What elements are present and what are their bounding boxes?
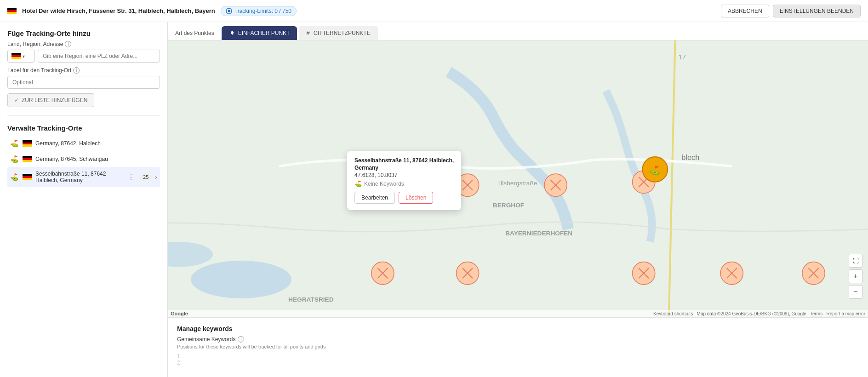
location-text: Germany, 87642, Halblech bbox=[35, 140, 157, 147]
divider bbox=[7, 115, 160, 116]
svg-text:BAYERNIEDERHOFEN: BAYERNIEDERHOFEN bbox=[505, 230, 572, 237]
popup-delete-button[interactable]: Löschen bbox=[399, 192, 433, 204]
checkmark-icon: ✓ bbox=[14, 97, 19, 103]
label-field-label: Label für den Tracking-Ort i bbox=[7, 67, 160, 74]
svg-rect-10 bbox=[23, 144, 32, 147]
svg-rect-12 bbox=[23, 158, 32, 160]
map-controls: ⛶ + − bbox=[849, 254, 862, 299]
popup-coords: 47.6128, 10.8037 bbox=[354, 172, 454, 178]
google-logo: Google bbox=[171, 311, 188, 316]
popup-title2: Germany bbox=[354, 165, 454, 171]
svg-rect-8 bbox=[23, 140, 32, 143]
svg-text:17: 17 bbox=[678, 53, 686, 61]
svg-rect-11 bbox=[23, 156, 32, 158]
manage-tracking-section: Verwalte Tracking-Orte ⛳ Germany, 87642,… bbox=[7, 124, 160, 187]
location-text: Germany, 87645, Schwangau bbox=[35, 156, 157, 162]
location-flag-icon bbox=[23, 140, 32, 147]
svg-text:⛳: ⛳ bbox=[649, 165, 660, 176]
header: Hotel Der wilde Hirsch, Füssener Str. 31… bbox=[0, 0, 868, 22]
label-info-icon: i bbox=[73, 67, 80, 74]
popup-title: Sesselbahnstraße 11, 87642 Halblech, bbox=[354, 157, 454, 164]
map-container[interactable]: 17 17 OREITH Illsbergstraße BERGHOF BAYE… bbox=[168, 40, 868, 317]
location-flag-icon bbox=[23, 174, 32, 180]
svg-rect-1 bbox=[7, 10, 17, 12]
german-flag-icon bbox=[7, 8, 17, 14]
location-text: Sesselbahnstraße 11, 87642 Halblech, Ger… bbox=[35, 171, 122, 183]
label-input[interactable] bbox=[7, 76, 160, 89]
location-pin-icon: ⛳ bbox=[10, 173, 19, 181]
gemeinsame-keywords-label: Gemeinsame Keywords i bbox=[177, 336, 859, 343]
location-flag-icon bbox=[23, 156, 32, 162]
keywords-lines: 1. 2. bbox=[177, 353, 859, 366]
svg-rect-14 bbox=[23, 174, 32, 176]
gemeinsame-keywords-sublabel: Positions for these keywords will be tra… bbox=[177, 344, 859, 349]
manage-section-title: Verwalte Tracking-Orte bbox=[7, 124, 160, 132]
fullscreen-button[interactable]: ⛶ bbox=[849, 254, 862, 268]
tab-grid-points[interactable]: # GITTERNETZPUNKTE bbox=[299, 26, 377, 40]
header-left: Hotel Der wilde Hirsch, Füssener Str. 31… bbox=[7, 6, 297, 16]
svg-text:HEGRATSRIED: HEGRATSRIED bbox=[288, 296, 334, 303]
tab-bar-label: Art des Punktes bbox=[175, 30, 214, 36]
address-input[interactable] bbox=[38, 50, 160, 63]
zoom-in-button[interactable]: + bbox=[849, 269, 862, 283]
bottom-section: Manage keywords Gemeinsame Keywords i Po… bbox=[168, 317, 868, 377]
svg-point-19 bbox=[191, 261, 291, 298]
add-to-list-button[interactable]: ✓ ZUR LISTE HINZUFÜGEN bbox=[7, 93, 94, 107]
map-popup: Sesselbahnstraße 11, 87642 Halblech, Ger… bbox=[347, 151, 461, 210]
hotel-name: Hotel Der wilde Hirsch, Füssener Str. 31… bbox=[22, 7, 215, 14]
map-attribution: Google Keyboard shortcuts Map data ©2024… bbox=[168, 310, 868, 317]
chevron-down-icon: ▾ bbox=[23, 54, 25, 59]
add-section-title: Füge Tracking-Orte hinzu bbox=[7, 29, 160, 37]
left-panel: Füge Tracking-Orte hinzu Land, Region, A… bbox=[0, 22, 168, 377]
svg-point-4 bbox=[228, 10, 230, 12]
location-expand-button[interactable]: › bbox=[155, 173, 157, 181]
header-right: ABBRECHEN EINSTELLUNGEN BEENDEN bbox=[721, 5, 861, 17]
location-count-badge: 25 bbox=[139, 173, 152, 181]
location-item-active[interactable]: ⛳ Sesselbahnstraße 11, 87642 Halblech, G… bbox=[7, 167, 160, 187]
settings-done-button[interactable]: EINSTELLUNGEN BEENDEN bbox=[773, 5, 861, 17]
country-flag-icon bbox=[11, 53, 21, 59]
location-dot-icon bbox=[229, 30, 235, 36]
svg-rect-0 bbox=[7, 8, 17, 10]
location-item[interactable]: ⛳ Germany, 87645, Schwangau bbox=[7, 151, 160, 167]
right-panel: Art des Punktes EINFACHER PUNKT # GITTER… bbox=[168, 22, 868, 377]
map-svg: 17 17 OREITH Illsbergstraße BERGHOF BAYE… bbox=[168, 40, 868, 317]
svg-rect-6 bbox=[11, 55, 21, 57]
add-tracking-section: Füge Tracking-Orte hinzu Land, Region, A… bbox=[7, 29, 160, 107]
tracking-icon bbox=[226, 8, 232, 14]
manage-keywords-title: Manage keywords bbox=[177, 325, 859, 332]
location-menu-button[interactable]: ⋮ bbox=[126, 172, 137, 183]
tracking-badge: Tracking-Limits: 0 / 750 bbox=[221, 6, 297, 16]
tracking-limit-text: Tracking-Limits: 0 / 750 bbox=[234, 8, 291, 14]
gemeinsame-info-icon: i bbox=[238, 336, 244, 343]
popup-edit-button[interactable]: Bearbeiten bbox=[354, 192, 395, 204]
svg-rect-5 bbox=[11, 53, 21, 55]
attribution-text: Keyboard shortcuts Map data ©2024 GeoBas… bbox=[653, 311, 865, 316]
country-info-icon: i bbox=[65, 41, 71, 47]
keywords-icon: ⛳ bbox=[354, 180, 362, 187]
svg-text:Illsbergstraße: Illsbergstraße bbox=[499, 180, 537, 187]
location-actions: ⋮ 25 › bbox=[126, 172, 157, 183]
cancel-button[interactable]: ABBRECHEN bbox=[721, 5, 769, 17]
svg-rect-9 bbox=[23, 143, 32, 144]
zoom-out-button[interactable]: − bbox=[849, 285, 862, 299]
country-field-label: Land, Region, Adresse i bbox=[7, 41, 160, 47]
location-pin-icon: ⛳ bbox=[10, 155, 19, 163]
svg-rect-2 bbox=[7, 12, 17, 14]
main-layout: Füge Tracking-Orte hinzu Land, Region, A… bbox=[0, 22, 868, 377]
country-select[interactable]: ▾ bbox=[7, 50, 35, 63]
country-select-row: ▾ bbox=[7, 50, 160, 63]
location-item[interactable]: ⛳ Germany, 87642, Halblech bbox=[7, 136, 160, 151]
tab-bar: Art des Punktes EINFACHER PUNKT # GITTER… bbox=[168, 22, 868, 40]
svg-rect-7 bbox=[11, 57, 21, 59]
tab-simple-point[interactable]: EINFACHER PUNKT bbox=[222, 26, 297, 40]
svg-text:BERGHOF: BERGHOF bbox=[493, 202, 524, 209]
popup-actions: Bearbeiten Löschen bbox=[354, 192, 454, 204]
popup-keywords: ⛳ Keine Keywords bbox=[354, 180, 454, 187]
svg-rect-13 bbox=[23, 160, 32, 162]
svg-rect-16 bbox=[23, 178, 32, 180]
location-pin-icon: ⛳ bbox=[10, 139, 19, 148]
svg-rect-15 bbox=[23, 176, 32, 178]
grid-hash-icon: # bbox=[306, 29, 309, 36]
svg-text:blech: blech bbox=[681, 153, 699, 161]
